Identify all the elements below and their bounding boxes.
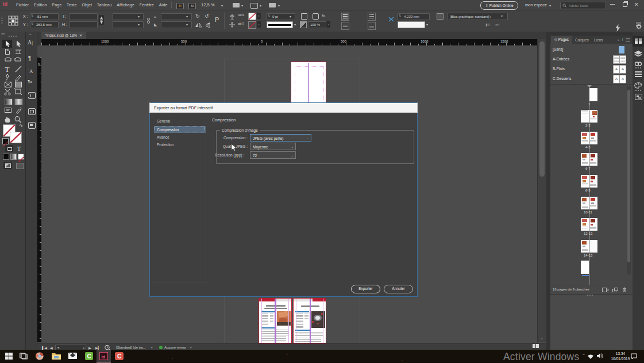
svg-text:T: T — [5, 65, 10, 74]
